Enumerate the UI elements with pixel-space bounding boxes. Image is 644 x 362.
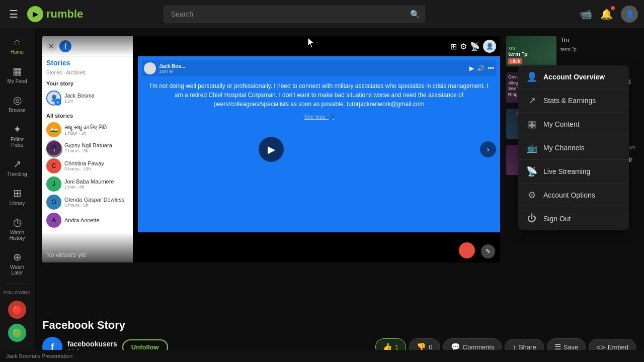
story-avatar-5: A	[46, 213, 61, 228]
related-info-tru: Tru term "p	[560, 36, 636, 66]
grid-icon[interactable]: ⊞	[450, 42, 457, 51]
my-content-label: My Content	[543, 120, 580, 128]
sidebar-item-home[interactable]: ⌂ Home	[2, 32, 32, 59]
sidebar-item-watch-history[interactable]: ◷ Watch History	[2, 212, 32, 245]
story-name-0: साधु साधु का लिए निति	[64, 124, 107, 131]
story-person-3[interactable]: J Joni Baba Maumere 2 min · 4h	[42, 175, 133, 193]
home-icon: ⌂	[14, 36, 20, 48]
prev-arrow[interactable]: ‹	[46, 141, 62, 157]
search-input[interactable]	[164, 6, 425, 23]
story-avatar-3: J	[46, 176, 61, 192]
bottom-info-bar: Facebook Story	[34, 313, 644, 332]
your-story-name: Jack Bosma	[64, 93, 95, 99]
your-story-info: Jack Bosma 11m	[64, 93, 95, 104]
your-story-label: Your story	[46, 80, 129, 86]
sidebar-item-editor-picks[interactable]: ✦ Editor Picks	[2, 119, 32, 152]
status-bar: Jack Bosma's Presentation	[0, 350, 644, 362]
sidebar-item-my-feed[interactable]: ▦ My Feed	[2, 61, 32, 88]
story-avatar-4: G	[46, 195, 61, 210]
video-overlay-top: ⊞ ⚙ 📡 👤	[42, 36, 500, 56]
no-viewers-text: No viewers yet	[46, 251, 86, 258]
stories-title: Stories	[42, 57, 133, 69]
story-person-4[interactable]: G Glenda Gaspar Dowless 5 hours · 5h	[42, 193, 133, 211]
story-name-4: Glenda Gaspar Dowless	[64, 197, 124, 203]
dropdown-stats-earnings[interactable]: ↗ Stats & Earnings	[518, 89, 629, 113]
search-icon[interactable]: 🔍	[410, 10, 420, 19]
volume-icon[interactable]: 🔊	[477, 65, 485, 72]
post-user-avatar	[144, 62, 156, 74]
my-channels-label: My Channels	[543, 144, 585, 152]
following-label: Following	[4, 288, 31, 297]
hamburger-menu-button[interactable]: ☰	[6, 5, 21, 23]
edit-icon[interactable]: ✎	[481, 244, 495, 258]
dropdown-sign-out[interactable]: ⏻ Sign Out	[518, 207, 629, 230]
my-channels-icon: 📺	[526, 142, 537, 153]
video-bottom-bar: No viewers yet ✎	[42, 232, 500, 262]
watch-later-icon: ⊕	[13, 251, 22, 263]
next-arrow[interactable]: ›	[480, 141, 496, 157]
watch-history-icon: ◷	[13, 216, 22, 228]
channel-name: facebookusers	[67, 340, 117, 348]
sign-out-icon: ⏻	[526, 213, 537, 224]
post-controls: ▶ 🔊 •••	[469, 65, 494, 72]
play-button[interactable]: ▶	[259, 137, 284, 162]
live-streaming-label: Live Streaming	[543, 167, 590, 175]
your-story-avatar: 👤 +	[46, 90, 61, 106]
user-avatar[interactable]: 👤	[621, 6, 638, 23]
settings-icon[interactable]: ⚙	[460, 42, 467, 51]
story-person-0[interactable]: 🇮🇳 साधु साधु का लिए निति 1 hour · 3h	[42, 121, 133, 139]
your-story-section: Your story 👤 + Jack Bosma 11m	[42, 77, 133, 111]
related-thumb-tru: Tru term "p click	[506, 36, 556, 66]
story-person-5[interactable]: A Andra Annette	[42, 211, 133, 229]
following-avatar-1[interactable]: 🔴	[8, 301, 26, 319]
post-text: I'm not doing well personally or profess…	[142, 79, 496, 111]
related-title-tru: Tru	[560, 36, 636, 45]
upload-button[interactable]: 📹	[580, 8, 592, 20]
story-name-5: Andra Annette	[64, 217, 100, 223]
dropdown-my-channels[interactable]: 📺 My Channels	[518, 136, 629, 160]
dropdown-my-content[interactable]: ▦ My Content	[518, 113, 629, 136]
sidebar-item-watch-history-label: Watch History	[4, 230, 30, 241]
dropdown-account-overview[interactable]: 👤 Account Overview	[518, 65, 629, 89]
story-avatar-0: 🇮🇳	[46, 122, 61, 137]
browse-icon: ◎	[13, 94, 22, 106]
sidebar-item-home-label: Home	[11, 49, 24, 55]
your-story-person[interactable]: 👤 + Jack Bosma 11m	[46, 88, 129, 108]
editor-picks-icon: ✦	[13, 123, 22, 135]
user-dropdown-menu: 👤 Account Overview ↗ Stats & Earnings ▦ …	[518, 65, 629, 230]
stats-icon: ↗	[526, 95, 537, 106]
your-story-time: 11m	[64, 99, 95, 104]
search-bar: 🔍	[164, 6, 425, 23]
my-feed-icon: ▦	[13, 65, 22, 77]
sidebar-item-watch-later-label: Watch Later	[4, 264, 30, 276]
post-user-name: Jack Bos...	[159, 63, 185, 69]
page-title: Facebook Story	[42, 319, 125, 332]
sidebar-item-library-label: Library	[10, 201, 25, 206]
following-avatar-2[interactable]: 🟢	[8, 324, 26, 342]
dropdown-live-streaming[interactable]: 📡 Live Streaming	[518, 160, 629, 184]
account-overview-icon: 👤	[526, 71, 537, 82]
notifications-button[interactable]: 🔔	[600, 8, 613, 20]
live-streaming-icon: 📡	[526, 166, 537, 177]
account-overview-label: Account Overview	[543, 73, 605, 81]
dropdown-account-options[interactable]: ⚙ Account Options	[518, 184, 629, 207]
related-video-tru[interactable]: Tru term "p click Tru term "p	[506, 36, 636, 66]
video-player-container[interactable]: ✕ f Stories Stories · Archived Your stor…	[42, 36, 500, 262]
user-story-icon[interactable]: 👤	[483, 40, 496, 53]
cast-icon[interactable]: 📡	[470, 42, 480, 51]
notification-badge	[611, 6, 615, 10]
sidebar-left: ⌂ Home ▦ My Feed ◎ Browse ✦ Editor Picks…	[0, 28, 34, 362]
see-less-button[interactable]: See less 🔵	[304, 114, 334, 120]
more-icon[interactable]: •••	[488, 65, 494, 72]
sidebar-item-trending-label: Trending	[7, 171, 27, 177]
sidebar-item-watch-later[interactable]: ⊕ Watch Later	[2, 247, 32, 280]
play-icon[interactable]: ▶	[469, 65, 474, 72]
all-stories-label: All stories	[42, 111, 133, 121]
sidebar-item-library[interactable]: ⊞ Library	[2, 183, 32, 210]
rumble-logo[interactable]: ▶ rumble	[27, 6, 83, 22]
add-story-btn[interactable]: +	[54, 99, 61, 106]
sidebar-item-browse[interactable]: ◎ Browse	[2, 90, 32, 117]
video-post-header: Jack Bos... 15m ⊕ ▶ 🔊 •••	[142, 60, 496, 76]
sidebar-item-trending[interactable]: ↗ Trending	[2, 154, 32, 181]
story-person-2[interactable]: C Christina Faway 3 hours · 13h	[42, 157, 133, 175]
